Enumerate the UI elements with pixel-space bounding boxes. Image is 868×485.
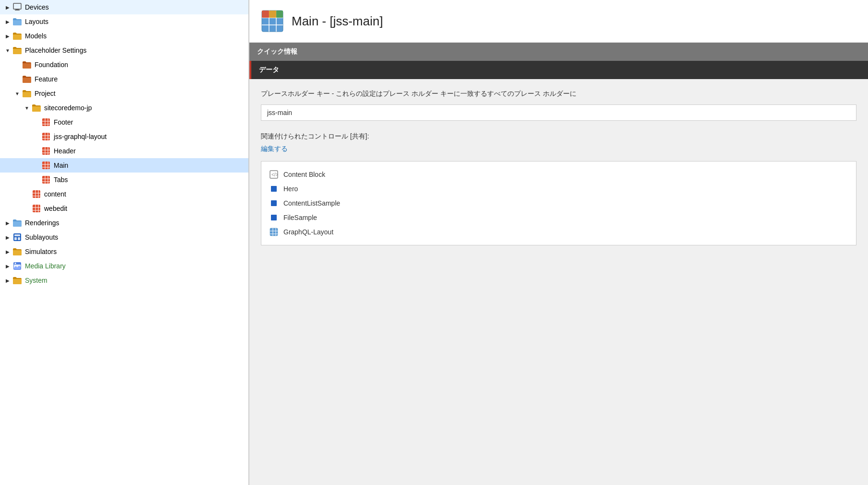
sidebar-item-system[interactable]: ▶System (0, 273, 248, 288)
folder-yellow-icon (22, 89, 32, 98)
tree-item-label: Header (54, 147, 76, 155)
controls-label: 関連付けられたコントロール [共有]: (261, 132, 856, 141)
sidebar-item-header[interactable]: Header (0, 144, 248, 158)
svg-rect-58 (270, 228, 278, 236)
folder-orange-icon (22, 74, 32, 84)
control-label: Content Block (283, 171, 325, 178)
tree-item-label: System (25, 277, 47, 284)
system-icon (12, 276, 22, 285)
tree-arrow[interactable] (23, 190, 31, 198)
content-header: Main - [jss-main] (249, 0, 868, 43)
svg-rect-39 (14, 234, 20, 236)
tree-item-label: Renderings (25, 219, 59, 227)
grid-icon (41, 132, 51, 141)
svg-rect-33 (33, 205, 40, 212)
svg-rect-3 (42, 118, 50, 126)
tree-arrow[interactable] (33, 147, 40, 155)
grid-icon (41, 175, 51, 185)
square-blue-icon (269, 184, 279, 194)
sidebar-item-tabs[interactable]: Tabs (0, 173, 248, 187)
square-blue-icon (269, 198, 279, 208)
sidebar-item-sublayouts[interactable]: ▶Sublayouts (0, 230, 248, 244)
grid-ctrl-icon (269, 227, 279, 237)
sidebar-item-feature[interactable]: Feature (0, 72, 248, 86)
svg-rect-28 (33, 190, 40, 198)
control-label: GraphQL-Layout (283, 228, 333, 236)
folder-blue-icon (12, 218, 22, 228)
sidebar-item-foundation[interactable]: Foundation (0, 58, 248, 72)
svg-rect-8 (42, 133, 50, 140)
folder-orange-icon (22, 60, 32, 69)
svg-rect-18 (42, 162, 50, 169)
tree-arrow[interactable]: ▼ (13, 90, 21, 97)
content-panel: Main - [jss-main] クイック情報 データ プレースホルダー キー… (249, 0, 868, 485)
control-label: ContentListSample (283, 199, 340, 207)
tree-item-label: Feature (35, 75, 58, 83)
tree-arrow[interactable]: ▼ (4, 46, 12, 54)
tree-arrow[interactable]: ▶ (4, 262, 12, 270)
sidebar-item-webedit[interactable]: webedit (0, 201, 248, 216)
sidebar-item-layouts[interactable]: ▶Layouts (0, 14, 248, 29)
sidebar-item-renderings[interactable]: ▶Renderings (0, 216, 248, 230)
control-item-hero: Hero (269, 182, 848, 196)
tree-item-label: Models (25, 32, 47, 40)
edit-link[interactable]: 編集する (261, 145, 856, 153)
tree-arrow[interactable]: ▶ (4, 277, 12, 284)
control-item-file-sample: FileSample (269, 210, 848, 225)
section-quick-info: クイック情報 (249, 43, 868, 61)
tree-arrow[interactable]: ▶ (4, 219, 12, 227)
tree-arrow[interactable] (13, 75, 21, 83)
sidebar-item-main[interactable]: Main (0, 158, 248, 173)
folder-yellow-icon (12, 31, 22, 41)
tree-arrow[interactable]: ▶ (4, 18, 12, 25)
tree-arrow[interactable] (33, 118, 40, 126)
key-value: jss-main (261, 104, 856, 121)
sidebar-item-project[interactable]: ▼Project (0, 86, 248, 101)
content-body: プレースホルダー キー - これらの設定はプレース ホルダー キーに一致するすべ… (249, 79, 868, 485)
sidebar-item-simulators[interactable]: ▶Simulators (0, 244, 248, 259)
sidebar-item-devices[interactable]: ▶Devices (0, 0, 248, 14)
grid-icon (32, 189, 41, 199)
tree-arrow[interactable] (33, 162, 40, 169)
sidebar-item-media-library[interactable]: ▶Media Library (0, 259, 248, 273)
folder-yellow-icon (12, 247, 22, 256)
sidebar-item-placeholder-settings[interactable]: ▼Placeholder Settings (0, 43, 248, 58)
tree-arrow[interactable] (33, 176, 40, 184)
tree-item-label: Simulators (25, 248, 57, 255)
svg-rect-56 (271, 200, 277, 206)
grid-icon (32, 204, 41, 213)
sidebar-item-content[interactable]: content (0, 187, 248, 201)
tree-item-label: Foundation (35, 61, 68, 69)
sidebar-item-sitecoredemo-jp[interactable]: ▼sitecoredemo-jp (0, 101, 248, 115)
sidebar-item-jss-graphql-layout[interactable]: jss-graphql-layout (0, 129, 248, 144)
control-item-graphql-layout: GraphQL-Layout (269, 225, 848, 239)
folder-yellow-icon (12, 46, 22, 55)
code-icon: </> (269, 170, 279, 179)
tree-arrow[interactable]: ▶ (4, 248, 12, 255)
tree-item-label: Tabs (54, 176, 68, 184)
svg-rect-50 (262, 11, 269, 18)
tree-arrow[interactable] (13, 61, 21, 69)
tree-item-label: Media Library (25, 262, 66, 270)
tree-arrow[interactable]: ▶ (4, 3, 12, 11)
controls-list: </>Content BlockHeroContentListSampleFil… (261, 161, 856, 245)
tree-arrow[interactable] (23, 205, 31, 212)
svg-rect-41 (18, 237, 20, 240)
svg-text:</>: </> (271, 172, 278, 177)
tree-item-label: Layouts (25, 18, 48, 25)
tree-arrow[interactable]: ▶ (4, 233, 12, 241)
sidebar-item-models[interactable]: ▶Models (0, 29, 248, 43)
tree-arrow[interactable]: ▼ (23, 104, 31, 112)
sidebar-item-footer[interactable]: Footer (0, 115, 248, 129)
grid-icon (41, 161, 51, 170)
svg-rect-55 (271, 186, 277, 192)
sidebar: ▶Devices▶Layouts▶Models▼Placeholder Sett… (0, 0, 249, 485)
monitor-icon (12, 2, 22, 12)
media-icon (12, 261, 22, 271)
tree-arrow[interactable]: ▶ (4, 32, 12, 40)
svg-rect-40 (14, 237, 17, 240)
svg-rect-13 (42, 147, 50, 155)
section-data: データ (249, 61, 868, 79)
control-item-content-block: </>Content Block (269, 167, 848, 182)
tree-arrow[interactable] (33, 133, 40, 140)
